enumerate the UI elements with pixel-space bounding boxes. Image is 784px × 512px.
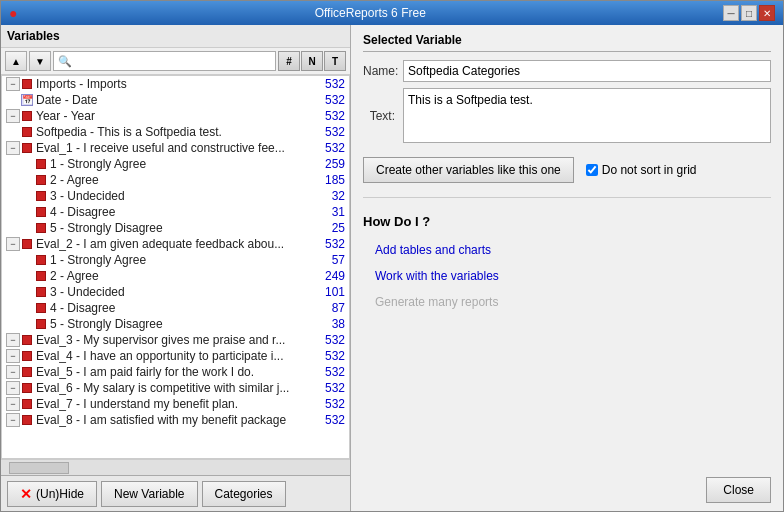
expand-icon[interactable]: −: [6, 413, 20, 427]
tree-item-year[interactable]: −Year - Year532: [2, 108, 349, 124]
tree-item-label: 4 - Disagree: [50, 205, 317, 219]
tree-item-eval2-5[interactable]: 5 - Strongly Disagree38: [2, 316, 349, 332]
expand-icon[interactable]: −: [6, 237, 20, 251]
red-square-icon: [20, 109, 34, 123]
add-tables-link[interactable]: Add tables and charts: [375, 241, 771, 259]
maximize-button[interactable]: □: [741, 5, 757, 21]
tree-item-label: Softpedia - This is a Softpedia test.: [36, 125, 317, 139]
tree-item-label: 3 - Undecided: [50, 189, 317, 203]
tree-item-eval1-3[interactable]: 3 - Undecided32: [2, 188, 349, 204]
tree-item-eval1-2[interactable]: 2 - Agree185: [2, 172, 349, 188]
expand-icon[interactable]: −: [6, 109, 20, 123]
text-input[interactable]: [403, 88, 771, 143]
tree-item-count: 87: [321, 301, 349, 315]
tree-item-eval1-5[interactable]: 5 - Strongly Disagree25: [2, 220, 349, 236]
tree-item-label: Eval_4 - I have an opportunity to partic…: [36, 349, 317, 363]
n-button[interactable]: N: [301, 51, 323, 71]
hash-button[interactable]: #: [278, 51, 300, 71]
tree-item-count: 532: [321, 125, 349, 139]
minimize-button[interactable]: ─: [723, 5, 739, 21]
red-square-icon: [34, 173, 48, 187]
tree-item-eval2-1[interactable]: 1 - Strongly Agree57: [2, 252, 349, 268]
tree-item-label: Eval_8 - I am satisfied with my benefit …: [36, 413, 317, 427]
tree-item-eval1-4[interactable]: 4 - Disagree31: [2, 204, 349, 220]
name-input[interactable]: [403, 60, 771, 82]
tree-item-eval1-1[interactable]: 1 - Strongly Agree259: [2, 156, 349, 172]
expand-icon[interactable]: −: [6, 349, 20, 363]
tree-item-eval2-2[interactable]: 2 - Agree249: [2, 268, 349, 284]
expand-icon: [20, 173, 34, 187]
red-square-icon: [34, 317, 48, 331]
tree-item-softpedia[interactable]: Softpedia - This is a Softpedia test.532: [2, 124, 349, 140]
expand-icon[interactable]: −: [6, 381, 20, 395]
red-square-icon: [20, 141, 34, 155]
tree-item-imports[interactable]: −Imports - Imports532: [2, 76, 349, 92]
window-close-button[interactable]: ✕: [759, 5, 775, 21]
tree-item-label: 2 - Agree: [50, 173, 317, 187]
create-variables-button[interactable]: Create other variables like this one: [363, 157, 574, 183]
work-variables-link[interactable]: Work with the variables: [375, 267, 771, 285]
expand-icon[interactable]: −: [6, 397, 20, 411]
tree-item-eval3[interactable]: −Eval_3 - My supervisor gives me praise …: [2, 332, 349, 348]
sort-checkbox-text: Do not sort in grid: [602, 163, 697, 177]
red-square-icon: [20, 237, 34, 251]
tree-item-date[interactable]: 📅Date - Date532: [2, 92, 349, 108]
tree-item-eval2[interactable]: −Eval_2 - I am given adequate feedback a…: [2, 236, 349, 252]
t-button[interactable]: T: [324, 51, 346, 71]
variables-header: Variables: [1, 25, 350, 48]
tree-item-eval4[interactable]: −Eval_4 - I have an opportunity to parti…: [2, 348, 349, 364]
move-up-button[interactable]: ▲: [5, 51, 27, 71]
tree-item-label: 4 - Disagree: [50, 301, 317, 315]
tree-item-eval6[interactable]: −Eval_6 - My salary is competitive with …: [2, 380, 349, 396]
red-square-icon: [34, 269, 48, 283]
tree-item-count: 532: [321, 413, 349, 427]
tree-item-count: 532: [321, 397, 349, 411]
view-buttons: # N T: [278, 51, 346, 71]
tree-item-count: 249: [321, 269, 349, 283]
sort-checkbox-label: Do not sort in grid: [586, 163, 697, 177]
expand-icon[interactable]: −: [6, 77, 20, 91]
tree-item-count: 532: [321, 365, 349, 379]
tree-item-count: 38: [321, 317, 349, 331]
tree-item-eval2-3[interactable]: 3 - Undecided101: [2, 284, 349, 300]
red-square-icon: [20, 413, 34, 427]
tree-item-label: Imports - Imports: [36, 77, 317, 91]
tree-item-eval2-4[interactable]: 4 - Disagree87: [2, 300, 349, 316]
red-square-icon: [20, 349, 34, 363]
tree-item-count: 259: [321, 157, 349, 171]
tree-item-label: Eval_5 - I am paid fairly for the work I…: [36, 365, 317, 379]
red-square-icon: [34, 221, 48, 235]
expand-icon: [20, 189, 34, 203]
tree-item-count: 101: [321, 285, 349, 299]
red-square-icon: [34, 189, 48, 203]
variables-tree[interactable]: −Imports - Imports532📅Date - Date532−Yea…: [1, 75, 350, 459]
selected-variable-header: Selected Variable: [363, 33, 771, 52]
search-box: 🔍: [53, 51, 276, 71]
tree-item-count: 532: [321, 381, 349, 395]
tree-item-eval5[interactable]: −Eval_5 - I am paid fairly for the work …: [2, 364, 349, 380]
expand-icon: [20, 253, 34, 267]
calendar-icon: 📅: [20, 93, 34, 107]
tree-item-eval7[interactable]: −Eval_7 - I understand my benefit plan.5…: [2, 396, 349, 412]
categories-button[interactable]: Categories: [202, 481, 286, 507]
close-button[interactable]: Close: [706, 477, 771, 503]
new-variable-button[interactable]: New Variable: [101, 481, 197, 507]
horizontal-scrollbar[interactable]: [1, 459, 350, 475]
tree-item-eval1[interactable]: −Eval_1 - I receive useful and construct…: [2, 140, 349, 156]
unhide-button[interactable]: ✕ (Un)Hide: [7, 481, 97, 507]
expand-icon: [20, 205, 34, 219]
expand-icon[interactable]: −: [6, 141, 20, 155]
name-label: Name:: [363, 64, 403, 78]
name-field-row: Name:: [363, 60, 771, 82]
tree-item-label: 5 - Strongly Disagree: [50, 221, 317, 235]
expand-icon[interactable]: −: [6, 365, 20, 379]
tree-item-eval8[interactable]: −Eval_8 - I am satisfied with my benefit…: [2, 412, 349, 428]
expand-icon[interactable]: −: [6, 333, 20, 347]
tree-item-label: Eval_3 - My supervisor gives me praise a…: [36, 333, 317, 347]
expand-icon: [20, 221, 34, 235]
tree-item-count: 57: [321, 253, 349, 267]
red-square-icon: [34, 253, 48, 267]
sort-checkbox[interactable]: [586, 164, 598, 176]
variables-toolbar: ▲ ▼ 🔍 # N T: [1, 48, 350, 75]
move-down-button[interactable]: ▼: [29, 51, 51, 71]
